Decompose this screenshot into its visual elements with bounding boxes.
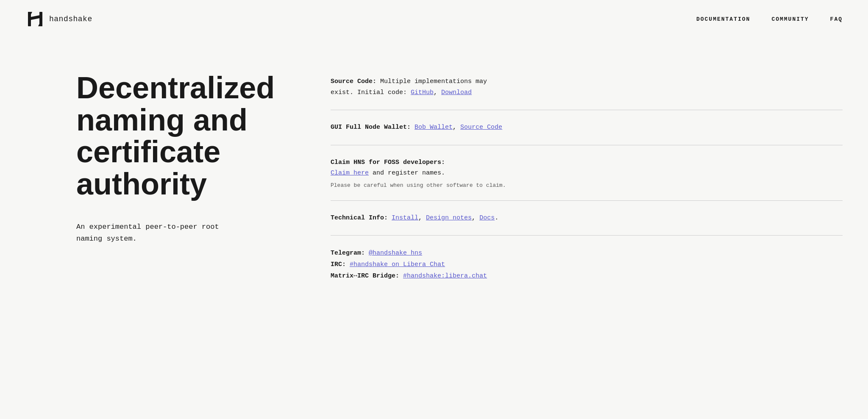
ti-sep2: , [472, 214, 479, 222]
github-link[interactable]: GitHub [411, 89, 434, 96]
ti-period: . [495, 214, 498, 222]
source-code-sep1: , [434, 89, 441, 96]
gui-wallet-section: GUI Full Node Wallet: Bob Wallet, Source… [331, 110, 843, 145]
matrix-line: Matrix↔IRC Bridge: #handshake:libera.cha… [331, 270, 843, 282]
right-panel: Source Code: Multiple implementations ma… [331, 72, 843, 294]
source-code-line: Source Code: Multiple implementations ma… [331, 76, 843, 98]
telegram-line: Telegram: @handshake_hns [331, 247, 843, 259]
nav-item-faq[interactable]: FAQ [830, 15, 843, 23]
nav-link-faq[interactable]: FAQ [830, 16, 843, 22]
telegram-label: Telegram: [331, 250, 365, 257]
hero-subtitle-line1: An experimental peer-to-peer root [76, 223, 219, 231]
matrix-link[interactable]: #handshake:libera.chat [403, 272, 487, 280]
gui-wallet-line: GUI Full Node Wallet: Bob Wallet, Source… [331, 122, 843, 133]
irc-line: IRC: #handshake on Libera Chat [331, 259, 843, 270]
claim-suffix: and register names. [373, 169, 445, 177]
design-notes-link[interactable]: Design notes [426, 214, 472, 222]
claim-hns-section: Claim HNS for FOSS developers: Claim her… [331, 145, 843, 200]
source-code-link[interactable]: Source Code [460, 124, 502, 131]
hero-subtitle: An experimental peer-to-peer root naming… [76, 221, 297, 244]
docs-link[interactable]: Docs [479, 214, 495, 222]
claim-hns-label: Claim HNS for FOSS developers: [331, 159, 445, 166]
community-section: Telegram: @handshake_hns IRC: #handshake… [331, 235, 843, 294]
irc-link[interactable]: #handshake on Libera Chat [350, 261, 445, 268]
claim-hns-line: Claim here and register names. [331, 168, 843, 179]
nav-item-documentation[interactable]: DOCUMENTATION [696, 15, 750, 23]
source-code-section: Source Code: Multiple implementations ma… [331, 76, 843, 110]
logo-text: handshake [49, 15, 92, 23]
left-panel: Decentralized naming and certificate aut… [76, 72, 297, 244]
main-content: Decentralized naming and certificate aut… [0, 38, 868, 327]
hero-subtitle-line2: naming system. [76, 235, 137, 243]
hero-title: Decentralized naming and certificate aut… [76, 72, 297, 200]
nav-link-community[interactable]: COMMUNITY [771, 16, 809, 22]
nav-item-community[interactable]: COMMUNITY [771, 15, 809, 23]
claim-note: Please be careful when using other softw… [331, 182, 843, 189]
technical-info-section: Technical Info: Install, Design notes, D… [331, 200, 843, 236]
svg-marker-2 [31, 15, 39, 20]
install-link[interactable]: Install [392, 214, 418, 222]
ti-sep1: , [418, 214, 426, 222]
nav-links-list: DOCUMENTATION COMMUNITY FAQ [696, 15, 843, 23]
handshake-logo-icon [25, 9, 45, 29]
logo[interactable]: handshake [25, 9, 92, 29]
navigation: handshake DOCUMENTATION COMMUNITY FAQ [0, 0, 868, 38]
source-code-label: Source Code: [331, 78, 376, 85]
irc-label: IRC: [331, 261, 346, 268]
matrix-label: Matrix↔IRC Bridge: [331, 272, 399, 280]
download-link[interactable]: Download [441, 89, 472, 96]
nav-link-documentation[interactable]: DOCUMENTATION [696, 16, 750, 22]
telegram-link[interactable]: @handshake_hns [369, 250, 422, 257]
claim-hns-label-line: Claim HNS for FOSS developers: [331, 157, 843, 168]
claim-here-link[interactable]: Claim here [331, 169, 369, 177]
technical-info-line: Technical Info: Install, Design notes, D… [331, 213, 843, 224]
gui-wallet-label: GUI Full Node Wallet: [331, 124, 411, 131]
gui-wallet-sep2: , [453, 124, 460, 131]
technical-info-label: Technical Info: [331, 214, 388, 222]
bob-wallet-link[interactable]: Bob Wallet [415, 124, 453, 131]
